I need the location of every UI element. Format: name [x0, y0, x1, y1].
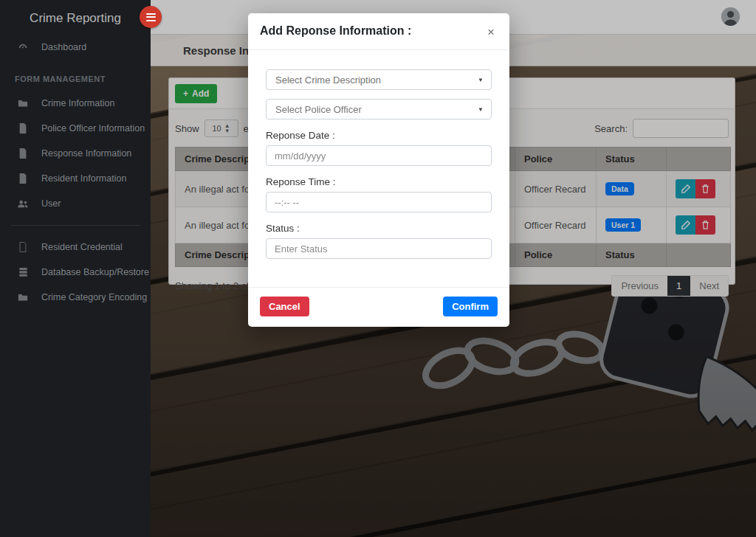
cancel-button[interactable]: Cancel [260, 297, 309, 316]
response-date-input[interactable] [266, 145, 492, 166]
modal-footer: Cancel Confirm [248, 287, 509, 327]
police-officer-select[interactable]: Select Police Officer ▼ [266, 99, 492, 119]
crime-description-select[interactable]: Select Crime Description ▼ [266, 69, 492, 90]
close-icon[interactable]: × [484, 24, 498, 40]
modal-title: Add Reponse Information : [260, 24, 411, 38]
add-response-modal: Add Reponse Information : × Select Crime… [248, 13, 509, 327]
response-date-label: Reponse Date : [266, 130, 492, 141]
hamburger-icon [146, 13, 156, 15]
confirm-button[interactable]: Confirm [443, 297, 498, 316]
sidebar-toggle-button[interactable] [140, 6, 162, 28]
chevron-down-icon: ▼ [478, 106, 484, 113]
app-root: Crime Reporting Dashboard FORM MANAGEMEN… [0, 0, 756, 537]
modal-body: Select Crime Description ▼ Select Police… [248, 50, 509, 287]
status-label: Status : [266, 223, 492, 234]
response-time-label: Reponse Time : [266, 176, 492, 187]
status-input[interactable] [266, 238, 492, 259]
response-time-input[interactable] [266, 192, 492, 212]
modal-header: Add Reponse Information : × [248, 13, 509, 50]
chevron-down-icon: ▼ [478, 77, 484, 83]
